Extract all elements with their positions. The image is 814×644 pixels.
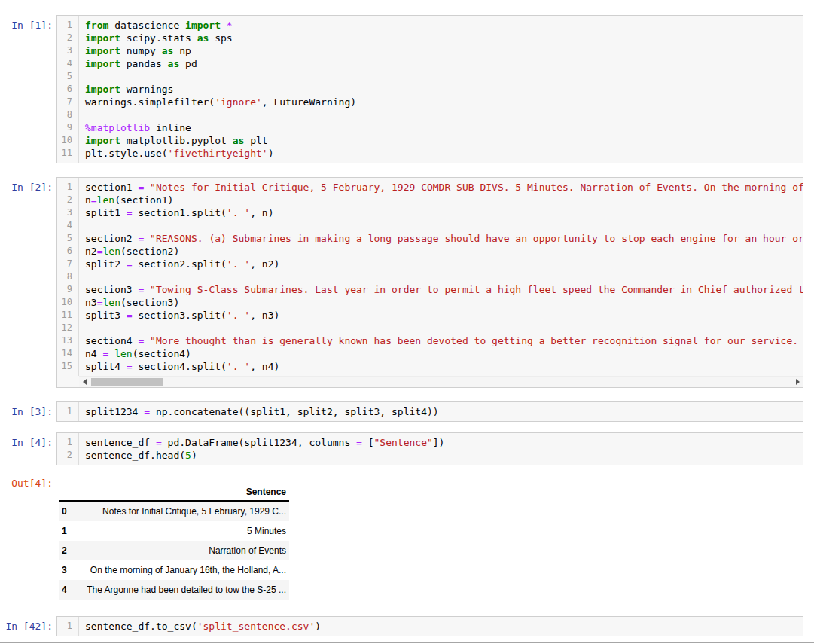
row-value: 5 Minutes [80,521,289,541]
code-line: split1 = section1.split('. ', n) [85,206,803,219]
line-number: 15 [57,360,72,373]
code-token: sentence_df.head( [85,450,185,461]
line-number: 5 [57,232,72,245]
code-token: ) [268,148,274,159]
code-token: 'ignore' [215,96,262,108]
code-token: plt [244,135,267,146]
row-index: 1 [59,521,80,541]
code-token: = [127,310,133,321]
code-token: = [127,207,133,218]
code-token: datascience [108,20,185,31]
code-line: n4 = len(section4) [85,347,803,360]
editor-row: 1split1234 = np.concatenate((split1, spl… [57,402,803,421]
code-token: warnings [120,84,173,95]
code-editor[interactable]: 123456789101112131415section1 = "Notes f… [56,177,803,388]
code-token: n [85,194,91,206]
code-lines: from datascience import *import scipy.st… [79,16,803,163]
code-token [144,335,150,346]
code-token: section2.split( [133,258,227,270]
code-line: section3 = "Towing S-Class Submarines. L… [85,283,803,296]
line-number: 13 [57,334,72,347]
code-token: split3 [85,310,127,321]
scroll-right-arrow-icon[interactable] [796,379,800,385]
code-token: 5 [185,450,191,461]
code-cell: In [3]:1split1234 = np.concatenate((spli… [0,401,814,422]
index-column-header [59,484,80,501]
code-line [85,108,803,121]
code-token: import [85,135,120,146]
code-token: ) [315,621,321,632]
notebook-bottom-divider [0,642,814,643]
code-token: split1234 [85,406,144,417]
code-cell: In [42]:1sentence_df.to_csv('split_sente… [0,616,814,636]
code-editor[interactable]: 1sentence_df.to_csv('split_sentence.csv'… [56,616,803,636]
code-token [108,348,114,359]
code-token: = [156,437,162,448]
code-token: sentence_df [85,437,156,448]
code-line [85,322,803,334]
code-line [85,70,803,83]
code-line: plt.style.use('fivethirtyeight') [85,147,803,160]
code-line [85,219,803,232]
code-lines: split1234 = np.concatenate((split1, spli… [79,402,803,421]
dataframe-body: 0Notes for Initial Critique, 5 February,… [59,501,289,600]
line-number: 8 [57,270,72,283]
code-token: section1 [85,182,138,193]
code-token: ) [191,450,197,461]
code-token: = [144,406,150,417]
code-token: 'split_sentence.csv' [197,621,316,632]
code-token: , n3) [250,310,279,321]
code-token: '. ' [227,361,250,372]
code-editor[interactable]: 12sentence_df = pd.DataFrame(split1234, … [56,432,803,465]
code-token [144,284,150,295]
code-line: split3 = section3.split('. ', n3) [85,309,803,322]
code-token: np [173,45,191,56]
line-number: 9 [57,121,72,134]
code-token: pandas [120,58,168,69]
line-number: 3 [57,44,72,57]
code-cell: In [2]:123456789101112131415section1 = "… [0,177,814,388]
code-line: n2=len(section2) [85,245,803,258]
code-token: ]) [433,437,445,448]
code-token: len [97,194,114,206]
code-editor[interactable]: 1234567891011from datascience import *im… [56,15,803,163]
line-number: 1 [57,19,72,32]
code-line: import pandas as pd [85,57,803,70]
code-token: n4 [85,348,102,359]
code-token: n2 [85,246,97,257]
code-editor[interactable]: 1split1234 = np.concatenate((split1, spl… [56,401,803,422]
line-number: 1 [57,405,72,418]
code-token: as [233,135,245,146]
code-token: pd.DataFrame(split1234, columns [162,437,356,448]
line-number: 4 [57,57,72,70]
code-token: len [114,348,132,359]
code-line: sentence_df = pd.DataFrame(split1234, co… [85,436,803,449]
code-line: section2 = "REASONS. (a) Submarines in m… [85,232,803,245]
line-numbers: 1 [57,402,79,421]
code-token: import [85,45,120,56]
code-token: (section2) [120,246,179,257]
code-token [144,182,150,193]
line-number: 10 [57,134,72,147]
code-token [144,233,150,244]
code-line: section4 = "More thought than is general… [85,334,803,347]
row-index: 2 [59,541,80,560]
line-number: 9 [57,283,72,296]
scrollbar-thumb[interactable] [91,378,163,386]
code-token: [ [362,437,374,448]
code-token: , n2) [250,258,279,270]
code-token: section3 [85,284,138,295]
code-token: split1 [85,207,127,218]
horizontal-scrollbar[interactable] [79,376,803,387]
line-number: 10 [57,296,72,309]
scrollbar-track[interactable] [87,377,796,387]
code-line: %matplotlib inline [85,121,803,134]
line-number: 1 [57,181,72,194]
code-token: = [91,194,97,206]
dataframe-header: Sentence [59,484,289,501]
code-token: section4 [85,335,138,346]
table-row: 2Narration of Events [59,541,289,560]
code-lines: sentence_df = pd.DataFrame(split1234, co… [79,433,803,465]
input-prompt: In [1]: [0,15,56,32]
code-token: matplotlib.pyplot [120,135,233,146]
